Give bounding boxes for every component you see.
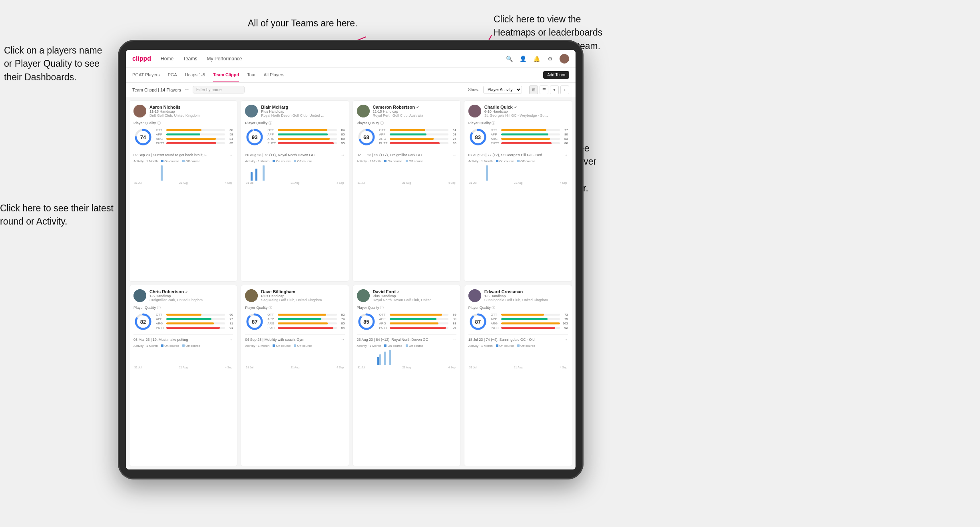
activity-label: Activity · 1 Month bbox=[357, 159, 381, 163]
player-name[interactable]: Blair McHarg bbox=[261, 105, 345, 109]
stat-bar-fill bbox=[166, 327, 220, 329]
player-name[interactable]: Edward Crossman bbox=[484, 289, 568, 294]
player-name[interactable]: Chris Robertson ✓ bbox=[149, 289, 233, 294]
player-name[interactable]: Aaron Nicholls bbox=[149, 105, 233, 109]
add-team-button[interactable]: Add Team bbox=[543, 71, 569, 79]
stat-bar-fill bbox=[278, 318, 321, 320]
grid-view-button[interactable]: ⊞ bbox=[529, 86, 538, 94]
latest-round[interactable]: 26 Aug 23 | 84 (+12), Royal North Devon … bbox=[357, 334, 456, 342]
player-card[interactable]: Edward Crossman 1-5 Handicap Sunningdale… bbox=[464, 285, 572, 466]
player-card[interactable]: Cameron Robertson ✓ 11-15 Handicap Royal… bbox=[353, 100, 461, 282]
on-course-dot bbox=[496, 160, 498, 162]
list-view-button[interactable]: ☰ bbox=[540, 86, 548, 94]
latest-round[interactable]: 02 Jul 23 | 59 (+17), Craigmillar Park G… bbox=[357, 150, 456, 157]
stat-row: PUTT 94 bbox=[267, 326, 345, 330]
stat-label: OTT bbox=[379, 313, 388, 316]
avatar-icon[interactable] bbox=[560, 54, 569, 64]
stat-row: ARG 83 bbox=[491, 137, 568, 141]
stat-value: 77 bbox=[562, 128, 568, 132]
nav-my-performance[interactable]: My Performance bbox=[207, 56, 242, 62]
player-name[interactable]: Dave Billingham bbox=[261, 289, 345, 294]
player-card[interactable]: Chris Robertson ✓ 1-5 Handicap Craigmill… bbox=[129, 285, 237, 466]
stat-row: APP 63 bbox=[379, 133, 456, 136]
verified-icon: ✓ bbox=[397, 290, 400, 294]
quality-section[interactable]: 93 OTT 84 APP 85 ARG 88 PUTT 95 bbox=[245, 127, 345, 147]
player-card[interactable]: Dave Billingham Plus Handicap Sag Maing … bbox=[241, 285, 349, 466]
stat-bar-bg bbox=[278, 327, 337, 329]
chart-area: 31 Jul21 Aug4 Sep bbox=[133, 165, 233, 185]
ipad-screen: clippd Home Teams My Performance 🔍 👤 🔔 ⚙… bbox=[126, 50, 576, 469]
bell-icon[interactable]: 🔔 bbox=[532, 55, 540, 63]
quality-section[interactable]: 74 OTT 60 APP 58 ARG 84 PUTT 85 bbox=[133, 127, 233, 147]
chart-area: 31 Jul21 Aug4 Sep bbox=[245, 165, 345, 185]
players-grid: Aaron Nicholls 11-15 Handicap Drift Golf… bbox=[126, 97, 576, 469]
latest-round[interactable]: 18 Jul 23 | 74 (+4), Sunningdale GC - Ol… bbox=[468, 334, 568, 342]
stats-list: OTT 84 APP 85 ARG 88 PUTT 95 bbox=[267, 128, 345, 146]
quality-section[interactable]: 87 OTT 73 APP 79 ARG 103 PUTT 9 bbox=[468, 312, 568, 331]
player-card[interactable]: Charlie Quick ✓ 6-10 Handicap St. George… bbox=[464, 100, 572, 282]
latest-round[interactable]: 02 Sep 23 | Sunset round to get back int… bbox=[133, 150, 233, 157]
latest-round[interactable]: 26 Aug 23 | 73 (+1), Royal North Devon G… bbox=[245, 150, 345, 157]
search-input[interactable]: Filter by name bbox=[193, 86, 245, 93]
edit-icon[interactable]: ✏ bbox=[185, 87, 189, 92]
chart-labels: 31 Jul21 Aug4 Sep bbox=[357, 181, 456, 184]
on-course-legend: On course bbox=[384, 344, 402, 348]
stat-row: ARG 88 bbox=[267, 137, 345, 141]
tab-team-clippd[interactable]: Team Clippd bbox=[213, 68, 239, 82]
tab-all-players[interactable]: All Players bbox=[264, 68, 285, 82]
activity-header: Activity · 1 Month On course Off course bbox=[357, 344, 456, 348]
round-text: 02 Jul 23 | 59 (+17), Craigmillar Park G… bbox=[357, 153, 452, 157]
tab-pgat[interactable]: PGAT Players bbox=[132, 68, 160, 82]
quality-section[interactable]: 87 OTT 82 APP 74 ARG 85 PUTT 94 bbox=[245, 312, 345, 331]
player-name[interactable]: Charlie Quick ✓ bbox=[484, 105, 568, 109]
chart-bars bbox=[357, 349, 456, 365]
activity-label: Activity · 1 Month bbox=[468, 344, 493, 348]
settings-icon[interactable]: ⚙ bbox=[546, 55, 554, 63]
player-club: Sag Maing Golf Club, United Kingdom bbox=[261, 298, 325, 302]
off-course-dot bbox=[182, 344, 185, 347]
stat-value: 80 bbox=[562, 133, 568, 136]
quality-section[interactable]: 82 OTT 60 APP 77 ARG 81 PUTT 91 bbox=[133, 312, 233, 331]
chart-bar bbox=[384, 352, 386, 365]
quality-section[interactable]: 68 OTT 61 APP 63 ARG 75 PUTT 85 bbox=[357, 127, 456, 147]
latest-round[interactable]: 07 Aug 23 | 77 (+7), St George's Hill GC… bbox=[468, 150, 568, 157]
player-card[interactable]: David Ford ✓ Plus Handicap Royal North D… bbox=[353, 285, 461, 466]
quality-info-icon: ⓘ bbox=[492, 306, 495, 310]
filter-button[interactable]: ▼ bbox=[550, 86, 559, 94]
quality-label: Player Quality ⓘ bbox=[133, 121, 233, 126]
tab-tour[interactable]: Tour bbox=[247, 68, 255, 82]
tab-hcaps[interactable]: Hcaps 1-5 bbox=[185, 68, 205, 82]
player-club: Royal North Devon Golf Club, United Kni.… bbox=[373, 298, 437, 302]
on-course-dot bbox=[496, 344, 498, 347]
player-name[interactable]: Cameron Robertson ✓ bbox=[373, 105, 456, 109]
donut-container: 82 bbox=[133, 312, 153, 331]
donut-container: 93 bbox=[245, 127, 264, 147]
player-card[interactable]: Aaron Nicholls 11-15 Handicap Drift Golf… bbox=[129, 100, 237, 282]
chart-bars bbox=[357, 165, 456, 181]
player-card[interactable]: Blair McHarg Plus Handicap Royal North D… bbox=[241, 100, 349, 282]
verified-icon: ✓ bbox=[185, 290, 188, 294]
on-course-legend: On course bbox=[273, 159, 291, 163]
quality-section[interactable]: 83 OTT 77 APP 80 ARG 83 PUTT 86 bbox=[468, 127, 568, 147]
show-select[interactable]: Player Activity bbox=[483, 86, 522, 93]
stat-row: PUTT 85 bbox=[379, 141, 456, 145]
stat-bar-fill bbox=[166, 322, 214, 324]
latest-round[interactable]: 03 Mar 23 | 19, Must make putting → bbox=[133, 334, 233, 342]
stat-row: APP 85 bbox=[267, 133, 345, 136]
nav-home[interactable]: Home bbox=[161, 56, 173, 62]
filter-bar: Team Clippd | 14 Players ✏ Filter by nam… bbox=[126, 83, 576, 97]
player-handicap: 6-10 Handicap bbox=[484, 109, 568, 113]
tab-pga[interactable]: PGA bbox=[168, 68, 177, 82]
nav-teams[interactable]: Teams bbox=[183, 56, 197, 62]
user-icon[interactable]: 👤 bbox=[519, 55, 527, 63]
stat-bar-bg bbox=[278, 322, 337, 324]
player-name[interactable]: David Ford ✓ bbox=[373, 289, 456, 294]
sort-button[interactable]: ↕ bbox=[560, 86, 569, 94]
quality-section[interactable]: 85 OTT 89 APP 80 ARG 83 PUTT 96 bbox=[357, 312, 456, 331]
stat-row: OTT 73 bbox=[491, 313, 568, 316]
latest-round[interactable]: 04 Sep 23 | Mobility with coach, Gym → bbox=[245, 334, 345, 342]
search-icon[interactable]: 🔍 bbox=[505, 55, 513, 63]
stat-bar-fill bbox=[390, 142, 440, 144]
stat-label: APP bbox=[267, 317, 276, 321]
round-text: 04 Sep 23 | Mobility with coach, Gym bbox=[245, 338, 341, 342]
